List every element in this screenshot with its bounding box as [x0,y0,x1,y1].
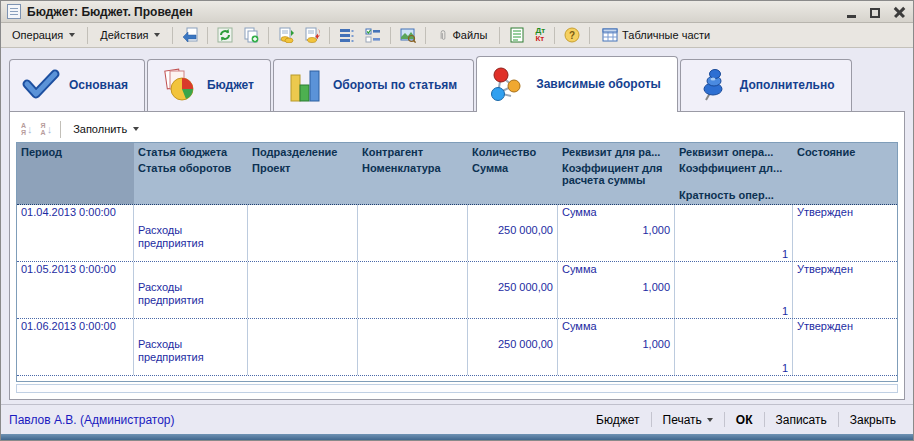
cell-budget-article[interactable]: Расходы предприятия [134,319,248,375]
column-header-quantity-sum[interactable]: КоличествоСумма [468,143,558,204]
save-button[interactable]: Записать [767,409,836,431]
minimize-icon [847,15,856,18]
cell-contractor[interactable] [358,262,468,318]
cell-budget-article[interactable]: Расходы предприятия [134,262,248,318]
column-header-budget-article[interactable]: Статья бюджетаСтатья оборотов [134,143,248,204]
toolbar-separator [60,121,61,138]
cell-department[interactable] [248,262,358,318]
operation-menu-button[interactable]: Операция [5,26,82,44]
table-body: 01.04.2013 0:00:00 Расходы предприятия 2… [17,205,897,381]
fill-menu-label: Заполнить [73,123,127,135]
actions-menu-button[interactable]: Действия [93,26,167,44]
cell-department[interactable] [248,205,358,261]
cell-period[interactable]: 01.06.2013 0:00:00 [17,319,134,375]
report-button[interactable] [505,24,529,46]
cell-quantity-sum[interactable]: 250 000,00 [468,262,558,318]
sort-descending-icon: ЯА [41,122,46,136]
ok-button[interactable]: ОК [727,409,762,431]
button-separator [724,412,725,427]
list-structure-icon [339,27,355,43]
tabular-sections-button[interactable]: Табличные части [595,24,717,46]
tab-additional[interactable]: Дополнительно [680,59,852,111]
dependent-turnovers-table: Период Статья бюджетаСтатья оборотов Под… [16,142,898,382]
toolbar-separator [207,27,208,44]
tab-main[interactable]: Основная [9,59,145,111]
document-movements-button[interactable] [274,24,298,46]
cell-contractor[interactable] [358,205,468,261]
cell-calc-attribute[interactable]: Сумма1,000 [558,319,675,375]
toolbar-separator [390,27,391,44]
cell-department[interactable] [248,319,358,375]
picture-view-button[interactable] [396,24,420,46]
cell-quantity-sum[interactable]: 250 000,00 [468,205,558,261]
column-header-period[interactable]: Период [17,143,134,204]
cell-period[interactable]: 01.04.2013 0:00:00 [17,205,134,261]
refresh-icon [217,27,233,43]
subordination-structure-button[interactable] [335,24,359,46]
window-bottom-edge [1,434,913,440]
toolbar-separator [499,27,500,44]
tab-label: Бюджет [207,78,254,92]
properties-button[interactable] [361,24,385,46]
pushpin-icon [693,67,731,103]
fill-menu-button[interactable]: Заполнить [66,120,146,138]
copy-button[interactable] [239,24,263,46]
sort-ascending-button[interactable]: АЯ ↓ [18,120,36,138]
paperclip-icon [438,27,448,43]
movements-report-button[interactable] [300,24,324,46]
tab-budget[interactable]: Бюджет [147,59,271,111]
files-button[interactable]: Файлы [431,24,494,46]
horizontal-scrollbar[interactable] [16,384,898,393]
cell-operation-attribute[interactable]: 1 [675,319,793,375]
toolbar-separator [425,27,426,44]
cell-contractor[interactable] [358,319,468,375]
close-form-button[interactable]: Закрыть [841,409,905,431]
checkmark-icon [22,67,60,103]
cell-state[interactable]: Утвержден [793,262,897,318]
current-user-label: Павлов А.В. (Администратор) [9,413,587,427]
close-button[interactable] [891,5,907,19]
tab-content-panel: АЯ ↓ ЯА ↓ Заполнить Период Статья бюджет… [9,111,905,400]
table-row[interactable]: 01.04.2013 0:00:00 Расходы предприятия 2… [17,205,897,262]
title-bar: Бюджет: Бюджет. Проведен [1,1,913,23]
column-header-operation-attribute[interactable]: Реквизит опера...Коэффициент дл...Кратно… [675,143,793,204]
minimize-button[interactable] [843,5,859,19]
svg-text:?: ? [569,30,575,41]
toolbar-separator [87,27,88,44]
post-document-button[interactable] [178,24,202,46]
cell-state[interactable]: Утвержден [793,319,897,375]
sort-descending-button[interactable]: ЯА ↓ [38,120,56,138]
cell-budget-article[interactable]: Расходы предприятия [134,205,248,261]
cell-calc-attribute[interactable]: Сумма1,000 [558,205,675,261]
cell-state[interactable]: Утвержден [793,205,897,261]
column-header-calc-attribute[interactable]: Реквизит для ра...Коэффициент для расчет… [558,143,675,204]
tab-label: Основная [69,78,128,92]
molecule-icon [489,66,527,102]
window-title: Бюджет: Бюджет. Проведен [27,5,843,19]
maximize-button[interactable] [867,5,883,19]
button-separator [651,412,652,427]
table-row[interactable]: 01.05.2013 0:00:00 Расходы предприятия 2… [17,262,897,319]
cell-quantity-sum[interactable]: 250 000,00 [468,319,558,375]
actions-menu-label: Действия [100,29,148,41]
tab-bar: Основная Бюджет Обороты по статьям Завис… [9,56,905,111]
table-row[interactable]: 01.06.2013 0:00:00 Расходы предприятия 2… [17,319,897,376]
maximize-icon [870,8,880,18]
tab-dependent-turnovers[interactable]: Зависимые обороты [476,56,678,112]
column-header-state[interactable]: Состояние [793,143,897,204]
refresh-button[interactable] [213,24,237,46]
dt-kt-button[interactable]: Дт Кт [531,24,549,46]
cell-calc-attribute[interactable]: Сумма1,000 [558,262,675,318]
print-menu-button[interactable]: Печать [654,409,722,431]
column-header-contractor[interactable]: КонтрагентНоменклатура [358,143,468,204]
help-icon: ? [564,27,580,43]
budget-button[interactable]: Бюджет [587,409,648,431]
cell-operation-attribute[interactable]: 1 [675,262,793,318]
cell-operation-attribute[interactable]: 1 [675,205,793,261]
tab-turnovers-by-articles[interactable]: Обороты по статьям [273,59,474,111]
cell-period[interactable]: 01.05.2013 0:00:00 [17,262,134,318]
column-header-department[interactable]: ПодразделениеПроект [248,143,358,204]
help-button[interactable]: ? [560,24,584,46]
chevron-down-icon [707,418,713,422]
tab-label: Дополнительно [740,78,835,92]
